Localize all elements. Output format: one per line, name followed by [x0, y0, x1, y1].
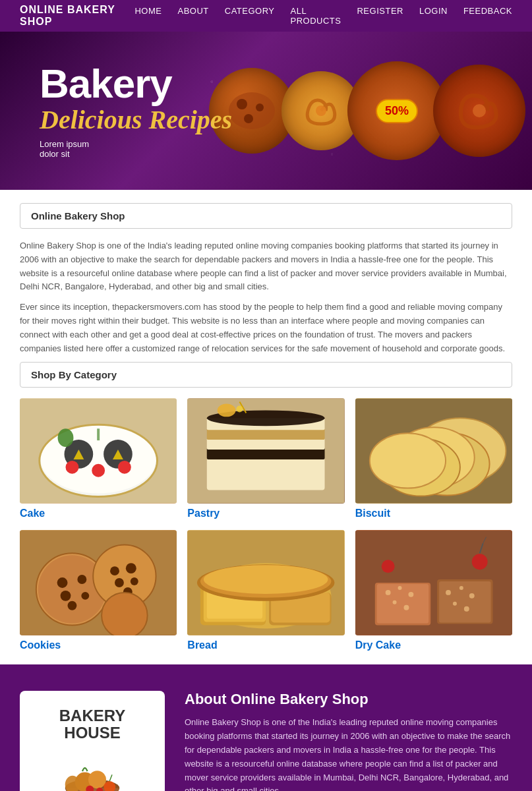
svg-point-4 — [316, 105, 326, 116]
svg-point-70 — [446, 590, 451, 595]
about-illustration — [53, 747, 132, 791]
svg-point-41 — [81, 592, 89, 600]
about-image-box: BAKERY HOUSE — [20, 691, 165, 791]
biscuit-label: Biscuit — [355, 508, 512, 519]
shop-category-heading: Shop By Category — [31, 369, 501, 380]
bread-label: Bread — [187, 639, 344, 651]
cake-label: Cake — [20, 508, 177, 519]
svg-point-1 — [237, 99, 247, 109]
about-para2: Ever since its inception, thepackersmove… — [20, 301, 512, 355]
pastry-label: Pastry — [187, 508, 344, 519]
nav-category[interactable]: CATEGORY — [225, 6, 275, 26]
svg-point-49 — [102, 593, 148, 635]
about-image-title: BAKERY HOUSE — [59, 707, 125, 742]
svg-point-5 — [473, 104, 486, 117]
about-para1: Online Bakery Shop is one of the India's… — [20, 239, 512, 294]
svg-point-11 — [66, 461, 79, 474]
svg-point-2 — [256, 103, 264, 111]
about-para1: Online Bakery Shop is one of the India's… — [185, 716, 512, 791]
nav-feedback[interactable]: FEEDBACK — [463, 6, 512, 26]
category-item-cookies[interactable]: Cookies — [20, 530, 177, 651]
svg-point-67 — [403, 605, 409, 610]
about-box-heading: Online Bakery Shop — [31, 210, 501, 221]
shop-category-box: Shop By Category — [20, 362, 512, 388]
about-text-col: About Online Bakery Shop Online Bakery S… — [185, 691, 512, 791]
svg-point-42 — [67, 601, 76, 610]
navbar-brand: ONLINE BAKERY SHOP — [20, 4, 134, 28]
hero-promo-item: 50% — [347, 61, 446, 160]
about-box: Online Bakery Shop — [20, 203, 512, 229]
svg-rect-20 — [207, 457, 325, 490]
svg-point-74 — [463, 606, 469, 612]
svg-point-34 — [370, 434, 446, 488]
hero-text: Bakery Delicious Recipes Lorem ipsumdolo… — [40, 63, 232, 159]
svg-point-40 — [61, 591, 71, 601]
svg-point-17 — [58, 429, 74, 448]
hero-decorations: 50% — [213, 32, 532, 190]
biscuit-image — [355, 398, 512, 504]
navbar: ONLINE BAKERY SHOP HOME ABOUT CATEGORY A… — [0, 0, 532, 32]
svg-point-66 — [392, 601, 396, 604]
hero-title: Bakery — [40, 63, 232, 104]
svg-point-47 — [131, 577, 138, 585]
svg-point-12 — [118, 461, 131, 474]
svg-point-72 — [469, 593, 474, 599]
main-content: Online Bakery Shop Online Bakery Shop is… — [0, 190, 532, 664]
cookies-label: Cookies — [20, 639, 177, 651]
svg-point-75 — [381, 560, 394, 573]
dry-cake-label: Dry Cake — [355, 639, 512, 651]
svg-point-63 — [385, 590, 390, 595]
bread-image — [187, 530, 344, 635]
svg-point-59 — [204, 566, 328, 595]
about-section: BAKERY HOUSE About Online Bakery Shop On… — [0, 664, 532, 791]
cookies-image — [20, 530, 177, 635]
pastry-image — [187, 398, 344, 504]
hero-promo-badge: 50% — [376, 99, 418, 123]
nav-home[interactable]: HOME — [134, 6, 162, 26]
svg-point-0 — [229, 92, 275, 129]
nav-login[interactable]: LOGIN — [419, 6, 448, 26]
nav-about[interactable]: ABOUT — [177, 6, 208, 26]
category-item-pastry[interactable]: Pastry — [187, 398, 344, 519]
svg-point-38 — [57, 577, 68, 588]
nav-register[interactable]: REGISTER — [357, 6, 403, 26]
svg-point-45 — [126, 564, 136, 574]
cake-image — [20, 398, 177, 504]
svg-point-3 — [244, 114, 253, 123]
nav-all-products[interactable]: ALL PRODUCTS — [291, 6, 341, 26]
svg-point-46 — [115, 578, 124, 587]
hero-swirl2-item — [433, 65, 525, 157]
svg-point-26 — [218, 404, 236, 417]
navbar-links: HOME ABOUT CATEGORY ALL PRODUCTS REGISTE… — [134, 6, 512, 26]
svg-point-71 — [459, 586, 463, 590]
category-item-cake[interactable]: Cake — [20, 398, 177, 519]
svg-rect-69 — [439, 581, 490, 623]
svg-point-76 — [471, 554, 487, 570]
svg-point-64 — [398, 586, 401, 590]
category-item-dry-cake[interactable]: Dry Cake — [355, 530, 512, 651]
svg-point-28 — [237, 406, 243, 413]
svg-point-44 — [110, 567, 119, 576]
hero-subtitle-small: Lorem ipsumdolor sit — [40, 139, 232, 159]
hero-subtitle-cursive: Delicious Recipes — [40, 104, 232, 135]
dry-cake-image — [355, 530, 512, 635]
svg-point-73 — [453, 602, 457, 606]
category-grid: Cake Pastry — [20, 398, 512, 651]
category-item-biscuit[interactable]: Biscuit — [355, 398, 512, 519]
svg-point-65 — [408, 592, 413, 597]
svg-rect-62 — [376, 584, 428, 624]
category-item-bread[interactable]: Bread — [187, 530, 344, 651]
svg-rect-18 — [97, 429, 100, 441]
svg-point-39 — [77, 575, 86, 584]
hero-banner: Bakery Delicious Recipes Lorem ipsumdolo… — [0, 32, 532, 190]
about-heading: About Online Bakery Shop — [185, 691, 512, 708]
svg-point-13 — [92, 464, 105, 477]
